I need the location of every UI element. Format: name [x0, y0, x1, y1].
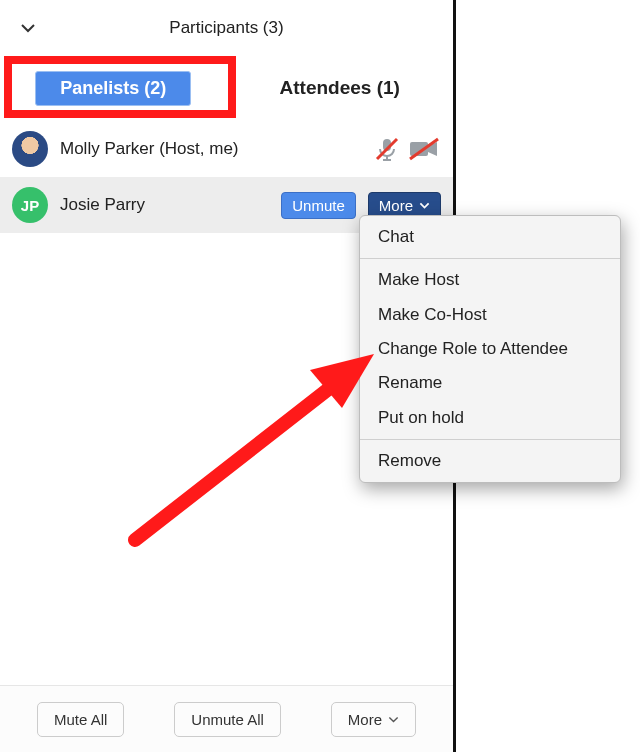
- menu-separator: [360, 439, 620, 440]
- unmute-all-button[interactable]: Unmute All: [174, 702, 281, 737]
- chevron-down-icon: [20, 20, 36, 36]
- participant-more-label: More: [379, 197, 413, 214]
- participant-name: Josie Parry: [60, 195, 269, 215]
- menu-item-change-role[interactable]: Change Role to Attendee: [360, 332, 620, 366]
- tab-panelists[interactable]: Panelists (2): [0, 56, 227, 120]
- avatar: [12, 131, 48, 167]
- participant-row[interactable]: Molly Parker (Host, me): [0, 121, 453, 177]
- tab-panelists-label: Panelists (2): [35, 71, 191, 106]
- menu-item-rename[interactable]: Rename: [360, 366, 620, 400]
- menu-item-make-host[interactable]: Make Host: [360, 263, 620, 297]
- panel-header: Participants (3): [0, 0, 453, 56]
- menu-item-put-on-hold[interactable]: Put on hold: [360, 401, 620, 435]
- participant-context-menu: Chat Make Host Make Co-Host Change Role …: [359, 215, 621, 483]
- menu-separator: [360, 258, 620, 259]
- footer-more-button[interactable]: More: [331, 702, 416, 737]
- unmute-button[interactable]: Unmute: [281, 192, 356, 219]
- tabs-row: Panelists (2) Attendees (1): [0, 56, 453, 120]
- collapse-button[interactable]: [8, 8, 48, 48]
- mute-all-button[interactable]: Mute All: [37, 702, 124, 737]
- footer-more-label: More: [348, 711, 382, 728]
- panel-footer: Mute All Unmute All More: [0, 685, 453, 752]
- unmute-all-label: Unmute All: [191, 711, 264, 728]
- unmute-label: Unmute: [292, 197, 345, 214]
- video-off-icon: [407, 135, 441, 163]
- avatar-initials: JP: [21, 197, 39, 214]
- tab-attendees-label: Attendees (1): [280, 77, 400, 99]
- panel-title: Participants (3): [48, 18, 405, 38]
- menu-item-make-cohost[interactable]: Make Co-Host: [360, 298, 620, 332]
- participant-name: Molly Parker (Host, me): [60, 139, 361, 159]
- tab-attendees[interactable]: Attendees (1): [227, 56, 454, 120]
- mute-all-label: Mute All: [54, 711, 107, 728]
- chevron-down-icon: [419, 200, 430, 211]
- mic-muted-icon: [373, 135, 401, 163]
- chevron-down-icon: [388, 714, 399, 725]
- menu-item-chat[interactable]: Chat: [360, 220, 620, 254]
- menu-item-remove[interactable]: Remove: [360, 444, 620, 478]
- avatar: JP: [12, 187, 48, 223]
